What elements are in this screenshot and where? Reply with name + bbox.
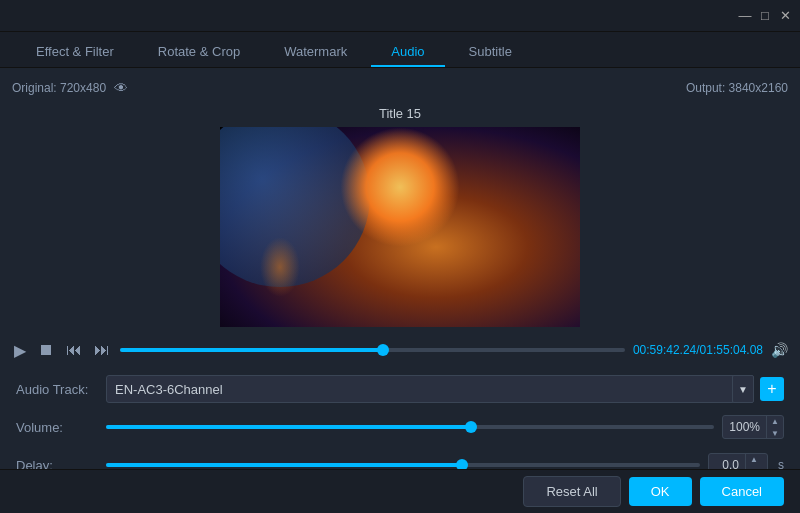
- original-info: Original: 720x480 👁: [12, 80, 128, 96]
- info-row: Original: 720x480 👁 Output: 3840x2160: [12, 76, 788, 100]
- volume-row: Volume: 100% ▲ ▼: [16, 413, 784, 441]
- window-controls: — □ ✕: [738, 9, 792, 23]
- maximize-button[interactable]: □: [758, 9, 772, 23]
- prev-button[interactable]: ⏮: [64, 339, 84, 361]
- original-label: Original: 720x480: [12, 81, 106, 95]
- audio-track-select[interactable]: EN-AC3-6Channel: [106, 375, 754, 403]
- progress-fill: [120, 348, 383, 352]
- close-button[interactable]: ✕: [778, 9, 792, 23]
- eye-icon[interactable]: 👁: [114, 80, 128, 96]
- tab-audio[interactable]: Audio: [371, 38, 444, 67]
- delay-slider[interactable]: [106, 463, 700, 467]
- video-preview: [220, 127, 580, 327]
- volume-value-box: 100% ▲ ▼: [722, 415, 784, 439]
- volume-slider-row: 100% ▲ ▼: [106, 415, 784, 439]
- title-bar: — □ ✕: [0, 0, 800, 32]
- minimize-button[interactable]: —: [738, 9, 752, 23]
- footer: Reset All OK Cancel: [0, 469, 800, 513]
- progress-thumb: [377, 344, 389, 356]
- play-button[interactable]: ▶: [12, 339, 28, 362]
- volume-icon[interactable]: 🔊: [771, 342, 788, 358]
- audio-settings: Audio Track: EN-AC3-6Channel ▼ + Volume:…: [12, 375, 788, 479]
- volume-label: Volume:: [16, 420, 106, 435]
- volume-up-button[interactable]: ▲: [767, 415, 783, 427]
- playback-controls: ▶ ⏹ ⏮ ⏭ 00:59:42.24/01:55:04.08 🔊: [12, 335, 788, 365]
- next-button[interactable]: ⏭: [92, 339, 112, 361]
- audio-track-label: Audio Track:: [16, 382, 106, 397]
- video-title: Title 15: [12, 106, 788, 121]
- volume-thumb: [465, 421, 477, 433]
- audio-track-row: Audio Track: EN-AC3-6Channel ▼ +: [16, 375, 784, 403]
- add-track-button[interactable]: +: [760, 377, 784, 401]
- volume-spinner: ▲ ▼: [766, 415, 783, 439]
- volume-slider[interactable]: [106, 425, 714, 429]
- tab-watermark[interactable]: Watermark: [264, 38, 367, 67]
- volume-value: 100%: [723, 420, 766, 434]
- volume-down-button[interactable]: ▼: [767, 427, 783, 439]
- stop-button[interactable]: ⏹: [36, 339, 56, 361]
- tab-effect-filter[interactable]: Effect & Filter: [16, 38, 134, 67]
- tab-rotate-crop[interactable]: Rotate & Crop: [138, 38, 260, 67]
- time-display: 00:59:42.24/01:55:04.08: [633, 343, 763, 357]
- output-label: Output: 3840x2160: [686, 81, 788, 95]
- progress-bar[interactable]: [120, 348, 625, 352]
- delay-up-button[interactable]: ▲: [746, 453, 762, 465]
- track-select-container: EN-AC3-6Channel ▼ +: [106, 375, 784, 403]
- reset-all-button[interactable]: Reset All: [523, 476, 620, 507]
- cancel-button[interactable]: Cancel: [700, 477, 784, 506]
- ok-button[interactable]: OK: [629, 477, 692, 506]
- tab-bar: Effect & Filter Rotate & Crop Watermark …: [0, 32, 800, 68]
- delay-fill: [106, 463, 462, 467]
- tab-subtitle[interactable]: Subtitle: [449, 38, 532, 67]
- main-content: Original: 720x480 👁 Output: 3840x2160 Ti…: [0, 68, 800, 513]
- volume-fill: [106, 425, 471, 429]
